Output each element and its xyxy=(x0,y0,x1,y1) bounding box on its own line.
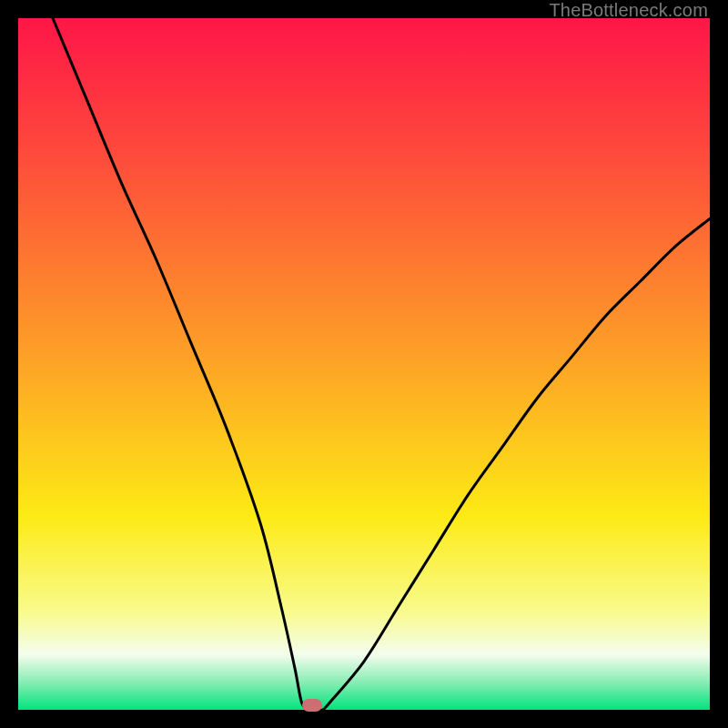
chart-frame xyxy=(18,18,710,710)
bottleneck-curve xyxy=(18,18,710,710)
optimal-marker xyxy=(302,699,322,712)
curve-path xyxy=(53,18,710,710)
watermark-text: TheBottleneck.com xyxy=(549,0,708,21)
